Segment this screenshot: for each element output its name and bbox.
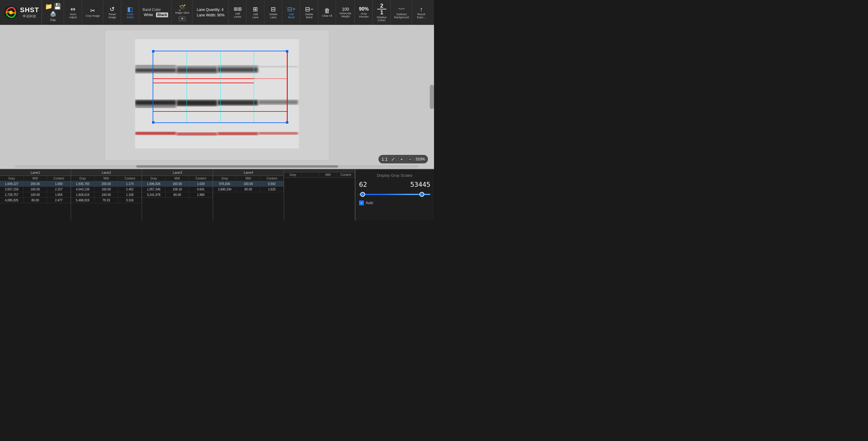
band-color-white-button[interactable]: White (143, 12, 154, 17)
gray-scales-panel: Display Gray Scales 62 53445 ✓ Auto (355, 170, 434, 220)
table-row[interactable]: 1,649,227 200.00 1.000 (0, 181, 71, 187)
l2-r2-content: 2.452 (118, 187, 142, 192)
clear-all-button[interactable]: 🗑 Clear All (320, 7, 334, 18)
color-invert-group[interactable]: ◧ ColorInvert (122, 0, 139, 25)
file-icon2[interactable]: 🖨️ (50, 11, 56, 17)
clear-all-group[interactable]: 🗑 Clear All (319, 0, 336, 25)
zoom-reset-button[interactable]: 1:1 (381, 156, 388, 162)
zoom-out-button[interactable]: − (407, 156, 413, 162)
add-lanes-group[interactable]: ⊞⊞ AddLanes (229, 0, 246, 25)
table-row[interactable]: 1,935,793 200.00 1.174 (71, 181, 142, 187)
vertical-scrollbar[interactable] (430, 85, 434, 109)
folder-icon[interactable]: 📁 (45, 3, 53, 10)
reset-image-group[interactable]: ↺ ResetImage (104, 0, 121, 25)
table-row[interactable]: 2,728,757 100.00 1.655 (0, 192, 71, 198)
add-lane-icon: ⊞ (253, 6, 258, 12)
l1-r1-gray: 1,649,227 (0, 181, 24, 186)
gray-percent-group[interactable]: 90% GrayPercent (355, 0, 373, 25)
add-lane-button[interactable]: ⊞ AddLane (249, 5, 262, 20)
table-row[interactable]: 2,680,334 80.00 1.625 (213, 187, 284, 192)
table-row[interactable]: 5,468,919 79.33 3.316 (71, 198, 142, 203)
magic-stick-label: Magic Stick (175, 11, 189, 14)
delete-band-button[interactable]: ⊟− DeleteBand (303, 5, 316, 20)
file-group[interactable]: 📁 💾 🖨️ File (42, 0, 64, 25)
l2-r4-gray: 5,468,919 (71, 198, 95, 203)
svg-rect-11 (177, 100, 217, 106)
auto-checkbox-row[interactable]: ✓ Auto (359, 201, 430, 205)
crop-image-button[interactable]: ✂ Crop Image (84, 7, 101, 18)
magic-stick-button[interactable]: 🪄 Magic Stick (174, 4, 190, 15)
subtract-background-group[interactable]: 〰 SubtractBackground (391, 0, 412, 25)
l4-r2-content: 1.625 (260, 187, 284, 192)
l4-r1-gray: 976,836 (213, 181, 237, 186)
gray-values-row: 62 53445 (359, 181, 430, 188)
l2-r4-mw: 79.33 (95, 198, 118, 203)
svg-rect-15 (218, 100, 258, 106)
lane1-col-headers: Gray MW Content (0, 176, 71, 181)
auto-checkbox[interactable]: ✓ (359, 201, 364, 205)
horizontal-scrollbar[interactable] (15, 165, 419, 168)
magic-stick-dropdown[interactable]: ▼ (179, 16, 186, 21)
gray-slider[interactable] (359, 192, 430, 198)
scrollbar-thumb[interactable] (136, 165, 338, 168)
crop-image-group[interactable]: ✂ Crop Image (83, 0, 103, 25)
add-band-button[interactable]: ⊟+ AddBand (285, 5, 298, 20)
lane4-col-mw: MW (237, 176, 260, 181)
band-color-black-button[interactable]: Black (156, 12, 168, 17)
molecular-weight-button[interactable]: 100 MolecularWeight (338, 6, 353, 19)
subtract-background-button[interactable]: 〰 SubtractBackground (393, 5, 410, 20)
lane4-col-content: Content (260, 176, 284, 181)
zoom-fit-button[interactable]: ⤢ (390, 156, 396, 162)
lane5-col-empty (302, 172, 319, 177)
add-band-group[interactable]: ⊟+ AddBand (283, 0, 300, 25)
table-row[interactable]: 976,836 160.00 0.592 (213, 181, 284, 187)
table-row[interactable]: 4,043,139 160.00 2.452 (71, 187, 142, 192)
band-color-group: Band Color White Black (140, 0, 172, 25)
delete-lane-label: DeleteLane (270, 13, 277, 19)
horiz-adjust-icon: ⇔ (70, 6, 75, 12)
lane4-header: Lane4 (213, 170, 284, 176)
horiz-adjust-button[interactable]: ⇔ HorizAdjust (66, 5, 80, 20)
lane1-col-mw: MW (24, 176, 48, 181)
molecular-weight-group[interactable]: 100 MolecularWeight (337, 0, 355, 25)
lane2-col-headers: Gray MW Content (71, 176, 142, 181)
table-row[interactable]: 3,241,978 80.00 1.966 (142, 192, 213, 198)
result-export-button[interactable]: ↑ ResultExpo... (414, 5, 428, 20)
table-row[interactable]: 4,085,825 80.00 2.477 (0, 198, 71, 203)
delete-lane-group[interactable]: ⊟ DeleteLane (265, 0, 282, 25)
add-lane-group[interactable]: ⊞ AddLane (247, 0, 265, 25)
table-row[interactable]: 3,557,159 160.00 2.157 (0, 187, 71, 192)
image-canvas[interactable]: 1:1 ⤢ + − 310% (0, 25, 434, 169)
lane3-table: Lane3 Gray MW Content 1,696,826 160.00 1… (142, 170, 213, 220)
table-row[interactable]: 1,057,346 108.18 0.641 (142, 187, 213, 192)
table-row[interactable]: 1,696,826 160.00 1.029 (142, 181, 213, 187)
svg-rect-3 (135, 65, 176, 67)
reset-image-button[interactable]: ↺ ResetImage (105, 5, 119, 20)
result-export-group[interactable]: ↑ ResultExpo... (413, 0, 430, 25)
lane5-col-mw: MW (319, 172, 337, 177)
ratio-badge: 2 1 (377, 3, 386, 15)
svg-rect-16 (258, 66, 298, 67)
relative-conc-group[interactable]: 2 1 RelativeCONC (373, 0, 391, 25)
add-lanes-button[interactable]: ⊞⊞ AddLanes (231, 6, 244, 19)
relative-conc-button[interactable]: 2 1 RelativeCONC (375, 2, 389, 23)
gray-percent-button[interactable]: 90% GrayPercent (357, 6, 371, 19)
table-row[interactable]: 1,828,619 100.00 1.109 (71, 192, 142, 198)
color-invert-button[interactable]: ◧ ColorInvert (124, 5, 137, 20)
gel-image (135, 39, 299, 149)
l1-r3-mw: 100.00 (24, 192, 48, 198)
gel-svg (135, 39, 299, 149)
svg-rect-21 (258, 132, 298, 135)
lane3-col-headers: Gray MW Content (142, 176, 213, 181)
l3-r3-gray: 3,241,978 (142, 192, 166, 198)
magic-stick-group[interactable]: 🪄 Magic Stick ▼ (172, 0, 192, 25)
gray-slider-left-thumb[interactable] (360, 192, 365, 197)
l3-r2-gray: 1,057,346 (142, 187, 166, 192)
zoom-in-button[interactable]: + (399, 156, 405, 162)
horiz-adjust-group[interactable]: ⇔ HorizAdjust (65, 0, 82, 25)
delete-band-group[interactable]: ⊟− DeleteBand (301, 0, 318, 25)
gray-slider-right-thumb[interactable] (420, 192, 424, 197)
save-icon[interactable]: 💾 (54, 3, 61, 10)
delete-lane-button[interactable]: ⊟ DeleteLane (267, 5, 280, 20)
logo-icon (4, 5, 18, 20)
